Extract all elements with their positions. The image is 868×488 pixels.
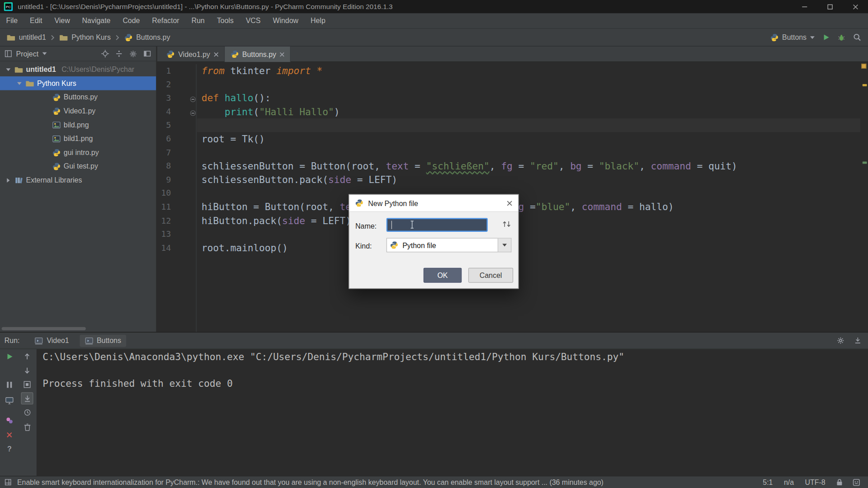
- menu-vcs[interactable]: VCS: [240, 13, 267, 28]
- pycharm-logo-icon: PC: [4, 2, 13, 11]
- help-button[interactable]: ?: [3, 443, 15, 455]
- tab-close-icon[interactable]: [213, 52, 218, 56]
- menu-run[interactable]: Run: [185, 13, 211, 28]
- code-line-6[interactable]: root = Tk(): [157, 132, 868, 146]
- scroll-to-end-button[interactable]: [21, 392, 33, 404]
- tool-window-toggle-icon[interactable]: [5, 479, 12, 486]
- history-button[interactable]: [21, 406, 33, 418]
- pause-output-button[interactable]: [3, 379, 15, 391]
- maximize-button[interactable]: [817, 0, 842, 13]
- rerun-button[interactable]: [3, 350, 15, 362]
- tree-item-external-libraries[interactable]: External Libraries: [0, 173, 156, 187]
- kind-select[interactable]: Python file: [387, 238, 512, 253]
- folder-icon: [7, 33, 16, 42]
- menu-bar: FileEditViewNavigateCodeRefactorRunTools…: [0, 13, 868, 28]
- locate-button[interactable]: [101, 50, 109, 57]
- typo-stripe-mark: [863, 162, 867, 164]
- encoding-widget[interactable]: UTF-8: [805, 478, 826, 486]
- ibeam-cursor-icon: [410, 220, 415, 229]
- tree-item-python-kurs[interactable]: Python Kurs: [0, 76, 156, 90]
- code-line-4[interactable]: print("Halli Hallo"): [157, 105, 868, 118]
- tree-item-buttons-py[interactable]: Buttons.py: [0, 90, 156, 104]
- caret-position-widget[interactable]: 5:1: [763, 478, 773, 486]
- highlighting-level-button[interactable]: [853, 479, 860, 486]
- fold-marker-icon[interactable]: [190, 95, 196, 105]
- up-stack-trace-button[interactable]: [21, 350, 33, 362]
- editor-tab-buttons-py[interactable]: Buttons.py: [225, 47, 291, 62]
- clear-all-button[interactable]: [21, 421, 33, 433]
- run-configuration-label: Buttons: [782, 33, 807, 41]
- minimize-button[interactable]: [792, 0, 817, 13]
- menu-code[interactable]: Code: [117, 13, 146, 28]
- run-console[interactable]: C:\Users\Denis\Anaconda3\python.exe "C:/…: [37, 349, 868, 476]
- run-settings-button[interactable]: [836, 336, 844, 344]
- help-icon: ?: [6, 445, 13, 452]
- chevron-down-icon: [502, 244, 507, 247]
- tree-collapsed-icon[interactable]: [5, 177, 12, 183]
- kind-dropdown-button[interactable]: [498, 239, 511, 252]
- tree-item-gui-intro-py[interactable]: gui intro.py: [0, 145, 156, 160]
- project-horizontal-scrollbar[interactable]: [2, 327, 86, 330]
- editor-tab-video1-py[interactable]: Video1.py: [160, 47, 225, 62]
- breadcrumb-untitled1[interactable]: untitled1: [7, 33, 46, 42]
- menu-refactor[interactable]: Refactor: [146, 13, 185, 28]
- code-line-1[interactable]: from tkinter import *: [157, 64, 868, 78]
- code-line-5[interactable]: [157, 119, 868, 132]
- chevron-down-icon: [810, 36, 815, 39]
- readonly-lock-button[interactable]: [836, 479, 842, 486]
- tree-item-bild1-png[interactable]: bild1.png: [0, 131, 156, 145]
- debug-button[interactable]: [838, 33, 845, 41]
- project-panel-title[interactable]: Project: [16, 50, 39, 58]
- status-message[interactable]: Enable smart keyboard internationalizati…: [17, 478, 604, 486]
- restore-layout-button[interactable]: [21, 379, 33, 391]
- tree-expanded-icon[interactable]: [15, 80, 23, 86]
- code-line-7[interactable]: [157, 146, 868, 160]
- menu-edit[interactable]: Edit: [24, 13, 48, 28]
- tree-item-video1-py[interactable]: Video1.py: [0, 104, 156, 118]
- project-tool-window: Project untitled1C:\Users\Denis\PycharPy…: [0, 47, 157, 332]
- dialog-close-button[interactable]: [506, 200, 512, 206]
- project-settings-button[interactable]: [129, 50, 137, 58]
- fold-marker-icon[interactable]: [190, 108, 196, 118]
- line-separator-widget[interactable]: n/a: [784, 478, 794, 486]
- run-tab-buttons[interactable]: Buttons: [80, 334, 126, 347]
- ok-button[interactable]: OK: [424, 268, 462, 283]
- colored-circles-icon: [5, 417, 13, 424]
- run-tab-video1[interactable]: Video1: [29, 334, 74, 347]
- input-history-arrows-icon[interactable]: [502, 221, 512, 228]
- tree-item-untitled1[interactable]: untitled1C:\Users\Denis\Pychar: [0, 62, 156, 76]
- close-window-button[interactable]: [843, 0, 868, 13]
- dialog-title-bar[interactable]: New Python file: [349, 195, 518, 212]
- code-line-9[interactable]: schliessenButton.pack(side = LEFT): [157, 173, 868, 187]
- menu-view[interactable]: View: [48, 13, 76, 28]
- colored-console-button[interactable]: [3, 414, 15, 427]
- menu-navigate[interactable]: Navigate: [76, 13, 117, 28]
- breadcrumb: untitled1Python KursButtons.py: [7, 33, 170, 42]
- menu-file[interactable]: File: [0, 13, 24, 28]
- menu-tools[interactable]: Tools: [211, 13, 240, 28]
- collapse-all-button[interactable]: [115, 50, 123, 57]
- name-input[interactable]: [387, 218, 488, 232]
- tab-close-icon[interactable]: [279, 52, 284, 56]
- code-line-3[interactable]: def hallo():: [157, 91, 868, 105]
- menu-help[interactable]: Help: [305, 13, 332, 28]
- menu-window[interactable]: Window: [267, 13, 305, 28]
- breadcrumb-python-kurs[interactable]: Python Kurs: [59, 33, 111, 42]
- cancel-button[interactable]: Cancel: [468, 268, 513, 283]
- breadcrumb-buttons-py[interactable]: Buttons.py: [124, 33, 170, 42]
- down-stack-trace-button[interactable]: [21, 364, 33, 376]
- tree-item-gui-test-py[interactable]: Gui test.py: [0, 160, 156, 174]
- tree-label: untitled1: [26, 65, 56, 73]
- tree-item-bild-png[interactable]: bild.png: [0, 118, 156, 132]
- show-console-button[interactable]: [3, 394, 15, 407]
- run-button[interactable]: [823, 34, 830, 41]
- hide-run-panel-button[interactable]: [854, 337, 861, 344]
- code-line-8[interactable]: schliessenButton = Button(root, text = "…: [157, 160, 868, 173]
- run-configuration-select[interactable]: Buttons: [770, 33, 815, 42]
- close-button[interactable]: [3, 429, 15, 441]
- chevron-down-icon[interactable]: [42, 52, 47, 55]
- search-everywhere-button[interactable]: [853, 33, 861, 41]
- tree-expanded-icon[interactable]: [5, 67, 12, 72]
- hide-panel-button[interactable]: [143, 50, 151, 57]
- code-line-2[interactable]: [157, 78, 868, 91]
